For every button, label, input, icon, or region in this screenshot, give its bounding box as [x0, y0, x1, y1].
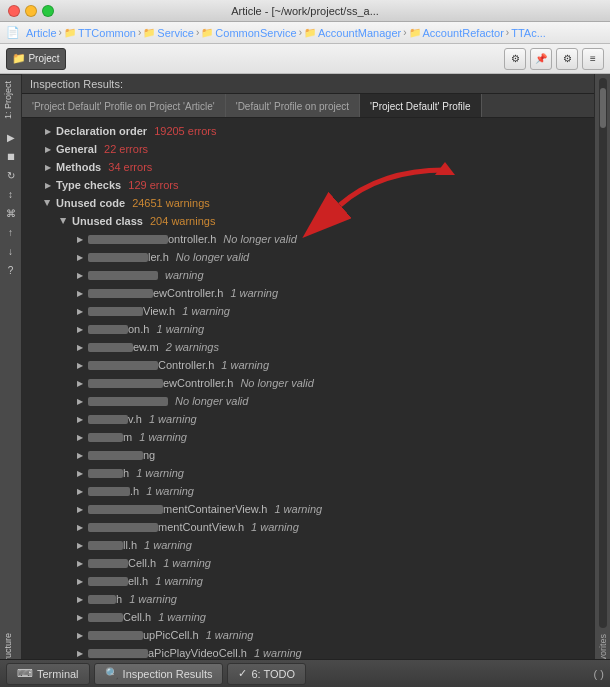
file-blur	[88, 631, 143, 640]
list-item[interactable]: ▶ Cell.h 1 warning	[22, 608, 594, 626]
filter-icon[interactable]: ⌘	[3, 205, 19, 221]
file-status: 1 warning	[126, 593, 177, 605]
breadcrumb-accountrefactor[interactable]: AccountRefactor	[423, 27, 504, 39]
tree-area[interactable]: ▶ Declaration order 19205 errors ▶ Gener…	[22, 118, 594, 687]
tab-project-default[interactable]: 'Project Default' Profile on Project 'Ar…	[22, 94, 226, 118]
inspect-icon: 🔍	[105, 667, 119, 680]
list-item[interactable]: ▶ ontroller.h No longer valid	[22, 230, 594, 248]
right-panel: 2: Favorites	[594, 74, 610, 687]
title-bar: Article - [~/work/project/ss_a...	[0, 0, 610, 22]
terminal-tab[interactable]: ⌨ Terminal	[6, 663, 90, 685]
item-name-declaration: Declaration order	[56, 125, 147, 137]
maximize-button[interactable]	[42, 5, 54, 17]
expand-arrow-methods: ▶	[42, 161, 54, 173]
project-tab[interactable]: 1: Project	[0, 74, 21, 125]
list-item[interactable]: ▶ m 1 warning	[22, 428, 594, 446]
file-suffix: ler.h	[148, 251, 169, 263]
file-suffix: ontroller.h	[168, 233, 216, 245]
list-item[interactable]: ▶ ng	[22, 446, 594, 464]
file-status: 1 warning	[146, 413, 197, 425]
file-status: 1 warning	[227, 287, 278, 299]
breadcrumb-article[interactable]: Article	[26, 27, 57, 39]
stop-icon[interactable]: ⏹	[3, 148, 19, 164]
list-item[interactable]: ▶ mentCountView.h 1 warning	[22, 518, 594, 536]
tab-label-1: 'Project Default' Profile on Project 'Ar…	[32, 101, 215, 112]
item-count-unusedclass: 204 warnings	[147, 215, 216, 227]
todo-tab[interactable]: ✓ 6: TODO	[227, 663, 306, 685]
traffic-lights	[8, 5, 54, 17]
breadcrumb-commonservice[interactable]: CommonService	[215, 27, 296, 39]
list-item[interactable]: ▶ v.h 1 warning	[22, 410, 594, 428]
tree-item-unusedclass[interactable]: ▶ Unused class 204 warnings	[22, 212, 594, 230]
list-item[interactable]: ▶ ewController.h No longer valid	[22, 374, 594, 392]
import-icon[interactable]: ↓	[3, 243, 19, 259]
list-item[interactable]: ▶ warning	[22, 266, 594, 284]
list-item[interactable]: ▶ Controller.h 1 warning	[22, 356, 594, 374]
expand-arrow-f22: ▶	[74, 629, 86, 641]
todo-label: 6: TODO	[251, 668, 295, 680]
minimize-button[interactable]	[25, 5, 37, 17]
list-item[interactable]: ▶ ew.m 2 warnings	[22, 338, 594, 356]
file-status: 1 warning	[218, 359, 269, 371]
list-item[interactable]: ▶ View.h 1 warning	[22, 302, 594, 320]
tree-item-declaration[interactable]: ▶ Declaration order 19205 errors	[22, 122, 594, 140]
list-item[interactable]: ▶ Cell.h 1 warning	[22, 554, 594, 572]
inspection-results-tab[interactable]: 🔍 Inspection Results	[94, 663, 224, 685]
expand-arrow-f3: ▶	[74, 287, 86, 299]
expand-arrow-f2: ▶	[74, 269, 86, 281]
file-suffix: View.h	[143, 305, 175, 317]
left-icon-panel: ▶ ⏹ ↻ ↕ ⌘ ↑ ↓ ?	[0, 125, 21, 627]
list-item[interactable]: ▶ ll.h 1 warning	[22, 536, 594, 554]
tab-default[interactable]: 'Default' Profile on project	[226, 94, 360, 118]
breadcrumb-ttac[interactable]: TTAc...	[511, 27, 546, 39]
breadcrumb-service[interactable]: Service	[157, 27, 194, 39]
settings-btn[interactable]: ⚙	[504, 48, 526, 70]
tree-item-general[interactable]: ▶ General 22 errors	[22, 140, 594, 158]
list-item[interactable]: ▶ ler.h No longer valid	[22, 248, 594, 266]
sort-icon[interactable]: ↕	[3, 186, 19, 202]
list-item[interactable]: ▶ h 1 warning	[22, 464, 594, 482]
item-count-general: 22 errors	[101, 143, 148, 155]
file-status: warning	[162, 269, 204, 281]
breadcrumb-accountmanager[interactable]: AccountManager	[318, 27, 401, 39]
bottom-bar: ⌨ Terminal 🔍 Inspection Results ✓ 6: TOD…	[0, 659, 610, 687]
list-item[interactable]: ▶ mentContainerView.h 1 warning	[22, 500, 594, 518]
expand-arrow-f11: ▶	[74, 431, 86, 443]
breadcrumb-ttcommon[interactable]: TTCommon	[78, 27, 136, 39]
play-icon[interactable]: ▶	[3, 129, 19, 145]
pin-btn[interactable]: 📌	[530, 48, 552, 70]
item-name-unusedcode: Unused code	[56, 197, 125, 209]
tree-item-methods[interactable]: ▶ Methods 34 errors	[22, 158, 594, 176]
file-status: 2 warnings	[163, 341, 219, 353]
list-item[interactable]: ▶ ell.h 1 warning	[22, 572, 594, 590]
config-btn[interactable]: ⚙	[556, 48, 578, 70]
list-item[interactable]: ▶ h 1 warning	[22, 590, 594, 608]
list-item[interactable]: ▶ upPicCell.h 1 warning	[22, 626, 594, 644]
file-status: 1 warning	[251, 647, 302, 659]
close-button[interactable]	[8, 5, 20, 17]
file-blur	[88, 397, 168, 406]
file-blur	[88, 613, 123, 622]
help-icon[interactable]: ?	[3, 262, 19, 278]
list-item[interactable]: ▶ ewController.h 1 warning	[22, 284, 594, 302]
file-blur	[88, 433, 123, 442]
tree-item-typechecks[interactable]: ▶ Type checks 129 errors	[22, 176, 594, 194]
menu-btn[interactable]: ≡	[582, 48, 604, 70]
tab-active[interactable]: 'Project Default' Profile	[360, 94, 482, 118]
toolbar-project-btn[interactable]: 📁 Project	[6, 48, 66, 70]
expand-arrow-f12: ▶	[74, 449, 86, 461]
list-item[interactable]: ▶ on.h 1 warning	[22, 320, 594, 338]
list-item[interactable]: ▶ No longer valid	[22, 392, 594, 410]
expand-arrow: ▶	[42, 125, 54, 137]
tree-item-unusedcode[interactable]: ▶ Unused code 24651 warnings	[22, 194, 594, 212]
expand-arrow-f21: ▶	[74, 611, 86, 623]
export-icon[interactable]: ↑	[3, 224, 19, 240]
expand-arrow-f0: ▶	[74, 233, 86, 245]
breadcrumb-folder3: 📁	[201, 27, 213, 38]
list-item[interactable]: ▶ .h 1 warning	[22, 482, 594, 500]
scrollbar[interactable]	[599, 78, 607, 628]
project-text: Project	[28, 53, 59, 64]
breadcrumb-folder5: 📁	[409, 27, 421, 38]
file-status: No longer valid	[173, 251, 249, 263]
rerun-icon[interactable]: ↻	[3, 167, 19, 183]
